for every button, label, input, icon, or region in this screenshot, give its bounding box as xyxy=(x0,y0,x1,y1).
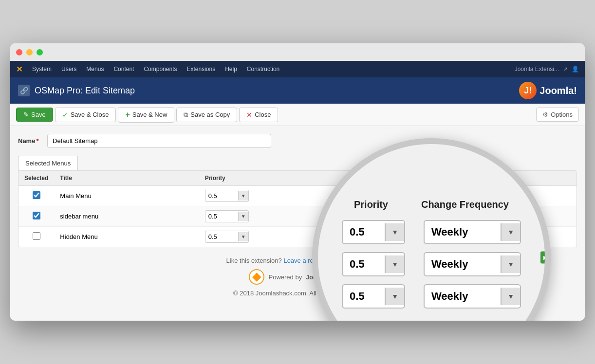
col-title: Title xyxy=(54,171,199,186)
priority-select-2[interactable]: 0.5 ▼ xyxy=(205,231,249,243)
required-marker: * xyxy=(36,137,38,145)
name-field-row: Name* xyxy=(18,134,577,148)
joomla-extensions-link[interactable]: Joomla Extensi... xyxy=(515,66,559,73)
close-button-toolbar[interactable]: ✕ Close xyxy=(239,108,278,122)
page-title-icon: 🔗 xyxy=(18,85,30,96)
nav-item-users[interactable]: Users xyxy=(57,64,80,74)
joomla-brand-icon: J! xyxy=(519,82,537,99)
mag-priority-arrow-0[interactable]: ▼ xyxy=(385,223,404,241)
mag-row-2: 0.5 ▼ Weekly ▼ xyxy=(337,284,525,309)
mag-header: Priority Change Frequency xyxy=(337,199,525,210)
powered-by-text: Powered by xyxy=(268,273,302,281)
name-label: Name* xyxy=(18,137,42,145)
mag-priority-select-1[interactable]: 0.5 ▼ xyxy=(342,252,405,276)
mag-frequency-select-2[interactable]: Weekly ▼ xyxy=(424,284,521,309)
title-bar xyxy=(10,43,585,61)
external-link-icon: ↗ xyxy=(563,66,568,73)
close-button[interactable] xyxy=(16,49,22,55)
minimize-button[interactable] xyxy=(26,49,33,55)
mag-priority-title: Priority xyxy=(354,199,388,210)
row-checkbox-0[interactable] xyxy=(33,191,40,199)
copy-icon: ⧉ xyxy=(184,111,188,119)
mag-priority-arrow-2[interactable]: ▼ xyxy=(385,288,404,305)
save-label: Save xyxy=(31,111,46,118)
row-title-2: Hidden Menu xyxy=(54,227,199,247)
top-nav: ✕ System Users Menus Content Components … xyxy=(10,61,585,77)
mag-row-0: 0.5 ▼ Weekly ▼ xyxy=(337,220,525,244)
magnify-content: Priority Change Frequency 0.5 ▼ Weekly ▼… xyxy=(318,144,545,321)
nav-item-components[interactable]: Components xyxy=(140,64,181,74)
toolbar: ✎ Save ✓ Save & Close + Save & New ⧉ Sav… xyxy=(10,104,585,126)
plus-icon: + xyxy=(125,110,130,119)
save-close-button[interactable]: ✓ Save & Close xyxy=(55,108,116,122)
joomlashack-icon: 🔶 xyxy=(249,269,264,285)
row-title-0: Main Menu xyxy=(54,186,199,206)
priority-arrow-0[interactable]: ▼ xyxy=(238,191,248,200)
row-checkbox-1[interactable] xyxy=(33,212,40,219)
checkbox-cell-0 xyxy=(19,186,54,206)
mag-row-1: 0.5 ▼ Weekly ▼ xyxy=(337,252,525,276)
save-button[interactable]: ✎ Save xyxy=(16,108,53,122)
mag-priority-select-0[interactable]: 0.5 ▼ xyxy=(342,220,405,244)
nav-item-help[interactable]: Help xyxy=(221,64,241,74)
mag-frequency-select-1[interactable]: Weekly ▼ xyxy=(424,252,521,276)
nav-item-content[interactable]: Content xyxy=(110,64,138,74)
priority-select-1[interactable]: 0.5 ▼ xyxy=(205,210,249,222)
page-title: OSMap Pro: Edit Sitemap xyxy=(35,86,135,96)
extension-text: Like this extension? xyxy=(226,257,282,264)
save-new-label: Save & New xyxy=(132,111,167,118)
page-title-area: 🔗 OSMap Pro: Edit Sitemap xyxy=(18,85,135,96)
joomla-nav-logo: ✕ xyxy=(16,65,22,74)
save-new-button[interactable]: + Save & New xyxy=(118,107,174,123)
close-label: Close xyxy=(255,111,271,118)
check-icon: ✓ xyxy=(62,111,68,119)
joomla-logo: J! Joomla! xyxy=(519,82,577,99)
x-icon: ✕ xyxy=(246,111,252,119)
priority-arrow-2[interactable]: ▼ xyxy=(238,232,248,241)
row-checkbox-2[interactable] xyxy=(33,232,40,240)
mag-frequency-arrow-2[interactable]: ▼ xyxy=(501,288,520,305)
nav-right: Joomla Extensi... ↗ 👤 xyxy=(515,66,579,73)
col-selected: Selected xyxy=(19,171,54,186)
row-title-1: sidebar menu xyxy=(54,206,199,227)
mag-priority-select-2[interactable]: 0.5 ▼ xyxy=(342,284,405,309)
mag-frequency-arrow-0[interactable]: ▼ xyxy=(501,223,520,241)
maximize-button[interactable] xyxy=(37,49,43,55)
save-close-label: Save & Close xyxy=(71,111,109,118)
priority-arrow-1[interactable]: ▼ xyxy=(238,212,248,221)
save-copy-button[interactable]: ⧉ Save as Copy xyxy=(176,108,237,122)
checkbox-cell-1 xyxy=(19,206,54,227)
col-priority: Priority xyxy=(199,171,360,186)
tab-selected-menus[interactable]: Selected Menus xyxy=(18,156,78,170)
options-label: Options xyxy=(551,111,573,118)
page-header: 🔗 OSMap Pro: Edit Sitemap J! Joomla! xyxy=(10,77,585,104)
save-copy-label: Save as Copy xyxy=(190,111,230,118)
joomla-brand-text: Joomla! xyxy=(539,85,577,96)
mag-frequency-select-0[interactable]: Weekly ▼ xyxy=(424,220,521,244)
gear-icon: ⚙ xyxy=(542,111,548,118)
options-button[interactable]: ⚙ Options xyxy=(536,108,579,122)
priority-select-0[interactable]: 0.5 ▼ xyxy=(205,190,249,202)
name-input[interactable] xyxy=(47,134,271,148)
nav-item-construction[interactable]: Construction xyxy=(243,64,283,74)
save-icon: ✎ xyxy=(23,111,29,118)
mag-frequency-title: Change Frequency xyxy=(421,199,509,210)
mag-priority-arrow-1[interactable]: ▼ xyxy=(385,255,404,273)
mag-green-tab: ▶ xyxy=(540,252,551,264)
mag-frequency-arrow-1[interactable]: ▼ xyxy=(501,255,520,273)
nav-item-extensions[interactable]: Extensions xyxy=(183,64,219,74)
nav-item-system[interactable]: System xyxy=(28,64,56,74)
user-icon[interactable]: 👤 xyxy=(572,66,579,73)
checkbox-cell-2 xyxy=(19,227,54,247)
nav-item-menus[interactable]: Menus xyxy=(82,64,108,74)
